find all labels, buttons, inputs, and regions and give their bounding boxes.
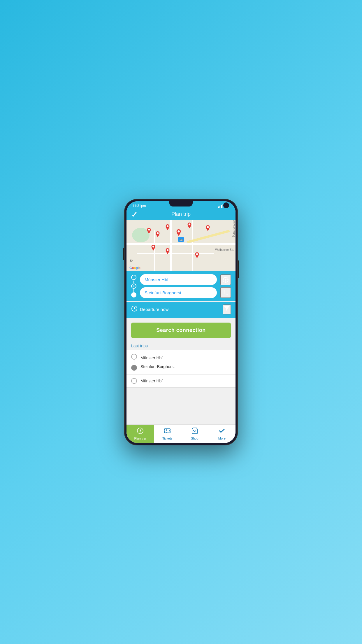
map-pin [194,252,200,260]
clock-svg [131,305,138,312]
map-pin [146,228,152,236]
svg-point-4 [157,232,159,234]
trip-origin-icon [131,354,137,360]
trip-from: Münster Hbf [140,356,175,360]
nav-tickets-label: Tickets [162,437,172,440]
svg-point-3 [207,226,209,228]
trip-text-2: Münster Hbf [140,379,163,383]
gps-icon [222,276,229,283]
svg-marker-18 [140,430,141,433]
page-title: Plan trip [171,211,191,217]
trip-origin-icon-2 [131,378,137,384]
trip-route-icon [131,354,137,371]
nav-ticket-icon [164,427,171,436]
search-connection-button[interactable]: Search connection [131,323,231,338]
map-pin [165,248,171,256]
svg-point-7 [167,249,168,251]
nav-plan-trip[interactable]: Plan trip [126,425,154,443]
trip-to: Steinfurt-Borghorst [140,364,175,369]
svg-point-8 [196,253,198,255]
nav-compass-icon [137,427,144,436]
swap-icon [222,289,229,296]
filter-button[interactable] [223,304,231,314]
svg-point-6 [152,246,154,247]
trip-text: Münster Hbf Steinfurt-Borghorst [140,356,175,369]
app-logo: ✓ [131,210,138,219]
from-input[interactable] [140,274,217,285]
departure-time: Departure now [140,307,168,312]
nav-plan-trip-label: Plan trip [134,437,146,440]
svg-point-2 [188,223,190,225]
nav-more-label: More [218,437,226,440]
search-button-area: Search connection [126,318,236,340]
map-bus-icon: 🚌 [178,237,184,242]
compass-svg [137,427,144,434]
trip-route-icon-2 [131,378,137,384]
route-action-icons [220,274,231,298]
road-label-2: Wolbecker Str. [215,248,234,251]
map-pin [155,231,161,239]
bottom-nav: Plan trip Tickets [126,424,236,443]
svg-point-0 [148,229,150,230]
road-label: Hohenzollernring [233,220,236,237]
nav-shop[interactable]: Shop [181,425,208,443]
nav-cart-icon [191,427,198,436]
route-icons: + [131,275,136,298]
map-pin [165,224,171,232]
ticket-svg [164,427,171,434]
dest-icon [131,292,136,298]
nav-more[interactable]: More [208,425,236,443]
departure-row[interactable]: Departure now [126,302,236,318]
trip-item[interactable]: Münster Hbf Steinfurt-Borghorst [126,350,236,374]
to-input[interactable] [140,287,217,298]
app-header: ✓ Plan trip [126,209,236,220]
checkmark-svg [218,427,225,434]
status-time: 11:31pm [132,204,146,208]
clock-icon [131,305,138,313]
svg-point-10 [225,279,226,281]
map-pin [187,223,192,231]
trip-dest-icon [131,365,137,371]
map-route-number: 54 [130,259,133,262]
trip-item[interactable]: Münster Hbf [126,374,236,388]
cart-svg [191,427,198,434]
trip-from-2: Münster Hbf [140,379,163,383]
svg-point-1 [167,225,168,227]
trip-line [134,360,134,364]
map-pin [205,225,211,233]
route-search-area: + [126,271,236,301]
nav-checkmark-icon [218,427,225,436]
svg-point-5 [178,230,180,232]
nav-shop-label: Shop [191,437,198,440]
google-label: Google [129,266,140,270]
swap-button[interactable] [220,287,231,298]
map-view[interactable]: 🚌 Hohenzollernring Wolbecker Str. 54 Goo… [126,220,236,271]
signal-bars [218,204,223,208]
last-trips-label: Last trips [131,344,148,348]
map-pin [150,245,156,253]
origin-icon [131,275,136,280]
last-trips-section: Last trips [126,340,236,350]
nav-tickets[interactable]: Tickets [154,425,181,443]
filter-icon [223,305,230,312]
add-stop-icon[interactable]: + [131,284,136,289]
gps-button[interactable] [220,274,231,285]
